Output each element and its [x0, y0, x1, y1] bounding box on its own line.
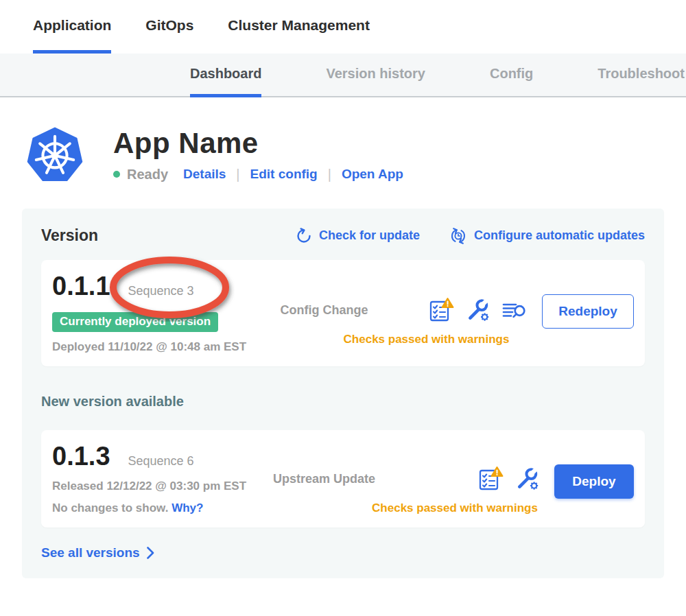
config-wrench-gear-icon[interactable] — [465, 298, 490, 322]
currently-deployed-badge: Currently deployed version — [52, 312, 218, 332]
auto-update-clock-icon — [449, 227, 468, 245]
redeploy-button[interactable]: Redeploy — [542, 294, 634, 329]
config-wrench-gear-icon[interactable] — [514, 466, 539, 491]
view-files-search-icon[interactable] — [501, 299, 527, 321]
preflight-checks-status[interactable]: Checks passed with warnings — [261, 333, 527, 346]
tab-config[interactable]: Config — [490, 54, 533, 97]
primary-nav: Application GitOps Cluster Management — [0, 0, 686, 54]
new-sequence-label: Sequence 6 — [128, 454, 194, 469]
open-app-link[interactable]: Open App — [342, 167, 403, 182]
new-version-heading: New version available — [41, 394, 645, 410]
secondary-nav: Dashboard Version history Config Trouble… — [0, 54, 686, 97]
current-version-line: 0.1.1 Sequence 3 — [52, 271, 255, 301]
nav-tab-application[interactable]: Application — [33, 0, 111, 54]
status-dot — [113, 171, 120, 178]
app-dashboard-page: Application GitOps Cluster Management Da… — [0, 0, 686, 616]
preflight-checks-status[interactable]: Checks passed with warnings — [261, 501, 539, 515]
version-action-icons — [428, 297, 527, 323]
chevron-right-icon — [147, 547, 154, 559]
version-section: Version Check for update — [22, 209, 664, 578]
new-version-line: 0.1.3 Sequence 6 — [52, 441, 255, 471]
tab-dashboard[interactable]: Dashboard — [190, 54, 261, 97]
preflight-checklist-warning-icon[interactable] — [477, 466, 504, 492]
preflight-checklist-warning-icon[interactable] — [428, 297, 454, 323]
new-version-middle: Upstream Update — [261, 441, 539, 515]
nav-tab-gitops[interactable]: GitOps — [145, 0, 193, 54]
configure-automatic-updates-button[interactable]: Configure automatic updates — [449, 227, 645, 245]
details-link[interactable]: Details — [183, 167, 226, 182]
divider: | — [328, 167, 331, 182]
new-version-card: 0.1.3 Sequence 6 Released 12/12/22 @ 03:… — [41, 430, 645, 528]
refresh-icon — [295, 227, 313, 245]
new-version-action: Deploy — [554, 464, 634, 499]
edit-config-link[interactable]: Edit config — [250, 167, 318, 182]
new-version-info: 0.1.3 Sequence 6 Released 12/12/22 @ 03:… — [52, 441, 255, 515]
nav-tab-cluster-management[interactable]: Cluster Management — [228, 0, 370, 54]
current-version-card: 0.1.1 Sequence 3 Currently — [41, 260, 645, 366]
version-section-header: Version Check for update — [41, 226, 645, 245]
why-link[interactable]: Why? — [172, 501, 203, 514]
current-sequence-label: Sequence 3 — [128, 284, 194, 298]
page-title: App Name — [113, 127, 403, 160]
kubernetes-logo-icon — [24, 122, 86, 187]
version-source-label: Config Change — [261, 303, 388, 318]
see-all-versions-link[interactable]: See all versions — [41, 545, 645, 560]
current-version-number: 0.1.1 — [52, 271, 110, 301]
current-version-middle: Config Change — [261, 271, 527, 346]
app-header: App Name Ready Details | Edit config | O… — [24, 122, 686, 187]
check-for-update-button[interactable]: Check for update — [295, 227, 420, 245]
status-row: Ready Details | Edit config | Open App — [113, 167, 403, 182]
released-timestamp: Released 12/12/22 @ 03:30 pm EST — [52, 479, 255, 493]
new-version-action-icons — [477, 466, 539, 492]
no-changes-line: No changes to show. Why? — [52, 501, 255, 515]
current-version-info: 0.1.1 Sequence 3 Currently — [52, 271, 255, 354]
new-version-number: 0.1.3 — [52, 441, 110, 471]
no-changes-text: No changes to show. — [52, 501, 168, 514]
check-for-update-label: Check for update — [319, 228, 420, 243]
deploy-button[interactable]: Deploy — [554, 464, 634, 499]
section-title: Version — [41, 226, 98, 245]
tab-version-history[interactable]: Version history — [326, 54, 425, 97]
configure-automatic-updates-label: Configure automatic updates — [474, 228, 645, 243]
see-all-versions-label: See all versions — [41, 545, 140, 560]
current-version-action: Redeploy — [542, 294, 634, 329]
version-actions: Check for update Configure automat — [295, 227, 645, 245]
status-text: Ready — [127, 167, 168, 182]
deployed-timestamp: Deployed 11/10/22 @ 10:48 am EST — [52, 340, 255, 354]
app-header-text: App Name Ready Details | Edit config | O… — [113, 127, 403, 182]
tab-troubleshoot[interactable]: Troubleshoot — [598, 54, 685, 97]
divider: | — [236, 167, 239, 182]
new-version-source-label: Upstream Update — [261, 472, 388, 486]
